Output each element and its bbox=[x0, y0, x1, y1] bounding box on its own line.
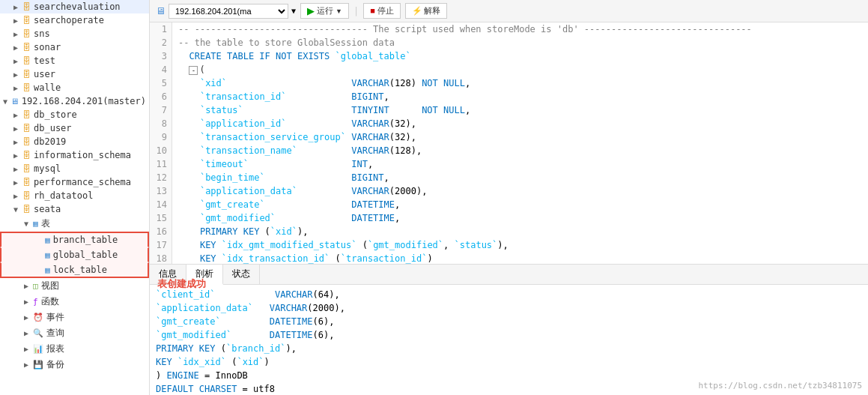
connection-dropdown[interactable]: 192.168.204.201(ma bbox=[169, 4, 288, 19]
sidebar-item-db_store[interactable]: ▶🗄db_store bbox=[0, 108, 149, 121]
bottom-content: `client_id` VARCHAR(64),`application_dat… bbox=[150, 285, 868, 395]
db-icon: 🗄 bbox=[22, 83, 31, 93]
tree-toggle[interactable]: ▶ bbox=[24, 298, 31, 306]
sidebar-item-db2019[interactable]: ▶🗄db2019 bbox=[0, 135, 149, 148]
bottom-tab-状态[interactable]: 状态 bbox=[223, 265, 260, 284]
line-number: 11 bbox=[154, 157, 167, 171]
sidebar-item-查询[interactable]: ▶🔍查询 bbox=[0, 325, 149, 341]
sidebar-item-searchevaluation[interactable]: ▶🗄searchevaluation bbox=[0, 0, 149, 13]
sidebar-item-备份[interactable]: ▶💾备份 bbox=[0, 357, 149, 373]
db-icon: 🗄 bbox=[22, 16, 31, 25]
explain-button[interactable]: ⚡ 解释 bbox=[405, 3, 447, 19]
sidebar-item-函数[interactable]: ▶ƒ函数 bbox=[0, 294, 149, 310]
code-line: `transaction_name` VARCHAR(128), bbox=[178, 144, 862, 157]
tree-toggle[interactable]: ▶ bbox=[13, 138, 21, 146]
tree-toggle[interactable]: ▶ bbox=[24, 282, 31, 290]
tree-toggle[interactable]: ▶ bbox=[13, 124, 21, 133]
tree-toggle[interactable]: ▶ bbox=[13, 3, 21, 11]
sidebar-item-branch_table[interactable]: ▦branch_table bbox=[0, 232, 149, 247]
code-line: `transaction_id` BIGINT, bbox=[178, 90, 862, 103]
tree-toggle[interactable]: ▼ bbox=[24, 220, 31, 228]
sidebar-item-表[interactable]: ▼▦表 bbox=[0, 216, 149, 232]
tree-toggle[interactable]: ▶ bbox=[13, 111, 21, 119]
tree-toggle[interactable]: ▶ bbox=[24, 345, 31, 353]
sidebar-item-192.168.204.201(master)[interactable]: ▼🖥192.168.204.201(master) bbox=[0, 94, 149, 108]
tree-toggle[interactable]: ▶ bbox=[13, 16, 21, 25]
tree-toggle[interactable]: ▶ bbox=[13, 178, 21, 187]
code-line: -- -------------------------------- The … bbox=[178, 22, 862, 36]
tree-toggle[interactable]: ▶ bbox=[13, 192, 21, 200]
success-label: 表创建成功 bbox=[157, 277, 206, 291]
db-icon: 🗄 bbox=[22, 178, 31, 187]
sidebar-item-视图[interactable]: ▶◫视图 bbox=[0, 278, 149, 294]
tree-toggle[interactable]: ▶ bbox=[13, 43, 21, 52]
tree-toggle[interactable]: ▶ bbox=[24, 329, 31, 337]
sidebar-item-lock_table[interactable]: ▦lock_table bbox=[0, 262, 149, 278]
sidebar: ▶🗄searchevaluation▶🗄searchoperate▶🗄sns▶🗄… bbox=[0, 0, 150, 395]
tree-toggle[interactable]: ▼ bbox=[3, 97, 9, 106]
sidebar-label: searchoperate bbox=[34, 15, 104, 25]
server-icon: 🖥 bbox=[10, 97, 19, 106]
line-number: 18 bbox=[154, 252, 167, 264]
line-number: 3 bbox=[154, 49, 167, 63]
tree-toggle[interactable]: ▶ bbox=[24, 361, 31, 369]
code-line: -- the table to store GlobalSession data bbox=[178, 36, 862, 49]
right-panel: 🖥 192.168.204.201(ma ▼ ▶ 运行 ▼ | ■ 停止 ⚡ 解… bbox=[150, 0, 868, 395]
tree-toggle[interactable]: ▶ bbox=[13, 70, 21, 79]
run-button[interactable]: ▶ 运行 ▼ bbox=[300, 3, 349, 19]
tree-toggle[interactable]: ▶ bbox=[13, 57, 21, 65]
stop-button[interactable]: ■ 停止 bbox=[363, 3, 401, 19]
result-line: `client_id` VARCHAR(64), bbox=[156, 288, 862, 301]
sidebar-label: user bbox=[34, 69, 55, 79]
tree-toggle[interactable]: ▶ bbox=[24, 313, 31, 322]
connection-selector: 🖥 192.168.204.201(ma ▼ bbox=[156, 4, 296, 19]
sidebar-item-rh_datatool[interactable]: ▶🗄rh_datatool bbox=[0, 189, 149, 202]
sidebar-label: rh_datatool bbox=[34, 190, 93, 201]
db-icon: 🗄 bbox=[22, 137, 31, 147]
tree-toggle[interactable]: ▶ bbox=[13, 151, 21, 160]
db-icon: 🗄 bbox=[22, 2, 31, 12]
sidebar-item-seata[interactable]: ▼🗄seata bbox=[0, 202, 149, 216]
sidebar-item-mysql[interactable]: ▶🗄mysql bbox=[0, 162, 149, 175]
code-line: `begin_time` BIGINT, bbox=[178, 171, 862, 184]
table-icon: ▦ bbox=[45, 235, 50, 245]
tree-toggle[interactable]: ▼ bbox=[13, 205, 21, 214]
sidebar-item-searchoperate[interactable]: ▶🗄searchoperate bbox=[0, 13, 149, 27]
watermark: https://blog.csdn.net/tzb34811075 bbox=[698, 381, 862, 391]
line-number: 10 bbox=[154, 144, 167, 157]
sidebar-item-事件[interactable]: ▶⏰事件 bbox=[0, 310, 149, 325]
bottom-panel: 信息剖析状态 `client_id` VARCHAR(64),`applicat… bbox=[150, 264, 868, 395]
tree-toggle[interactable]: ▶ bbox=[13, 165, 21, 173]
sidebar-item-报表[interactable]: ▶📊报表 bbox=[0, 341, 149, 357]
code-editor[interactable]: 123456789101112131415161718192021 -- ---… bbox=[150, 22, 868, 264]
db-icon: 🗄 bbox=[22, 151, 31, 160]
sidebar-item-db_user[interactable]: ▶🗄db_user bbox=[0, 121, 149, 135]
tree-toggle[interactable]: ▶ bbox=[13, 30, 21, 38]
sidebar-item-sonar[interactable]: ▶🗄sonar bbox=[0, 40, 149, 54]
sidebar-item-test[interactable]: ▶🗄test bbox=[0, 54, 149, 67]
sidebar-label: walle bbox=[34, 82, 61, 93]
sidebar-label: 视图 bbox=[41, 280, 59, 292]
sidebar-item-sns[interactable]: ▶🗄sns bbox=[0, 27, 149, 40]
sidebar-item-user[interactable]: ▶🗄user bbox=[0, 67, 149, 81]
sidebar-label: sns bbox=[34, 28, 50, 39]
line-number: 14 bbox=[154, 198, 167, 211]
explain-icon: ⚡ bbox=[412, 6, 422, 16]
play-icon: ▶ bbox=[307, 5, 315, 16]
tree-toggle[interactable]: ▶ bbox=[13, 84, 21, 92]
sidebar-item-information_schema[interactable]: ▶🗄information_schema bbox=[0, 148, 149, 162]
code-content: -- -------------------------------- The … bbox=[172, 22, 868, 264]
code-line: PRIMARY KEY (`xid`), bbox=[178, 225, 862, 238]
sidebar-item-performance_schema[interactable]: ▶🗄performance_schema bbox=[0, 175, 149, 189]
code-line: `timeout` INT, bbox=[178, 157, 862, 171]
db-icon: 🗄 bbox=[22, 43, 31, 52]
func-icon: ƒ bbox=[33, 297, 38, 307]
line-number: 4 bbox=[154, 63, 167, 76]
code-line: `application_data` VARCHAR(2000), bbox=[178, 184, 862, 198]
sidebar-item-walle[interactable]: ▶🗄walle bbox=[0, 81, 149, 94]
event-icon: ⏰ bbox=[33, 313, 43, 322]
sidebar-item-global_table[interactable]: ▦global_table bbox=[0, 247, 149, 262]
line-number: 8 bbox=[154, 117, 167, 130]
code-line: `transaction_service_group` VARCHAR(32), bbox=[178, 130, 862, 144]
fold-icon[interactable]: - bbox=[189, 66, 198, 75]
